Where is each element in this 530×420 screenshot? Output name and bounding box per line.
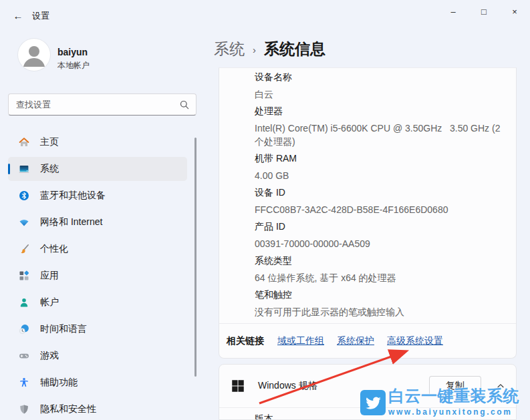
- windows-spec-title: Windows 规格: [258, 380, 317, 392]
- personalization-icon: [19, 244, 29, 254]
- system-icon: [19, 164, 29, 174]
- chevron-up-icon[interactable]: [496, 381, 505, 391]
- spec-label: 处理器: [255, 105, 504, 118]
- home-icon: [19, 137, 29, 148]
- spec-value: 没有可用于此显示器的笔或触控输入: [255, 305, 504, 319]
- accessibility-icon: [19, 377, 29, 388]
- spec-value: 4.00 GB: [255, 169, 504, 182]
- sidebar-item-personalization[interactable]: 个性化: [8, 237, 187, 261]
- spec-value: 64 位操作系统, 基于 x64 的处理器: [255, 271, 504, 284]
- breadcrumb: 系统 › 系统信息: [214, 39, 325, 59]
- sidebar-item-label: 隐私和安全性: [40, 403, 96, 415]
- link-advanced-system-settings[interactable]: 高级系统设置: [387, 335, 443, 347]
- person-icon: [18, 39, 50, 71]
- minimize-button[interactable]: –: [438, 0, 469, 23]
- sidebar-item-bluetooth[interactable]: 蓝牙和其他设备: [8, 184, 187, 208]
- sidebar-item-gaming[interactable]: 游戏: [8, 344, 187, 368]
- maximize-button[interactable]: □: [469, 0, 499, 23]
- window-controls: – □ ×: [438, 0, 530, 23]
- breadcrumb-separator-icon: ›: [253, 44, 256, 55]
- related-links-row: 相关链接 域或工作组 系统保护 高级系统设置: [219, 323, 516, 358]
- time-language-icon: [19, 324, 29, 335]
- breadcrumb-parent[interactable]: 系统: [214, 39, 245, 59]
- windows-logo-icon: [231, 379, 245, 393]
- apps-icon: [19, 270, 29, 281]
- accounts-icon: [19, 297, 29, 308]
- sidebar-item-accessibility[interactable]: 辅助功能: [8, 371, 187, 395]
- sidebar-item-label: 帐户: [40, 296, 59, 308]
- sidebar-scrollbar[interactable]: [194, 138, 196, 377]
- spec-value: FFCC08B7-3A2C-428D-B58E-4F166E6D0680: [255, 203, 504, 216]
- spec-label: 机带 RAM: [255, 152, 504, 165]
- avatar[interactable]: [18, 39, 50, 71]
- back-button[interactable]: ←: [8, 7, 28, 24]
- sidebar-item-label: 蓝牙和其他设备: [40, 190, 106, 202]
- sidebar-item-time-language[interactable]: 时间和语言: [8, 317, 187, 341]
- sidebar-item-privacy[interactable]: 隐私和安全性: [8, 397, 187, 420]
- version-row-label: 版本: [255, 413, 273, 420]
- link-domain-workgroup[interactable]: 域或工作组: [277, 335, 324, 347]
- gaming-icon: [19, 351, 29, 361]
- search-icon[interactable]: [179, 99, 190, 110]
- spec-label: 设备名称: [255, 71, 504, 83]
- close-button[interactable]: ×: [499, 0, 530, 23]
- spec-label: 产品 ID: [255, 220, 504, 233]
- sidebar-item-label: 辅助功能: [40, 377, 78, 389]
- sidebar-item-accounts[interactable]: 帐户: [8, 290, 187, 314]
- bluetooth-icon: [19, 190, 29, 201]
- sidebar-item-network[interactable]: 网络和 Internet: [8, 210, 187, 234]
- spec-value: Intel(R) Core(TM) i5-6600K CPU @ 3.50GHz…: [255, 122, 504, 148]
- spec-label: 设备 ID: [255, 186, 504, 199]
- spec-label: 系统类型: [255, 254, 504, 267]
- profile-name: baiyun: [57, 47, 88, 57]
- settings-window: ← 设置 – □ × baiyun 本地帐户 主页: [0, 0, 530, 420]
- network-wifi-icon: [19, 217, 29, 228]
- spec-value: 白云: [255, 87, 504, 101]
- sidebar-item-label: 主页: [40, 136, 59, 148]
- sidebar-item-apps[interactable]: 应用: [8, 264, 187, 288]
- windows-spec-card: Windows 规格 复制 版本: [219, 364, 517, 420]
- sidebar-item-label: 个性化: [40, 243, 68, 255]
- device-specs-list: 设备名称 白云 处理器 Intel(R) Core(TM) i5-6600K C…: [219, 68, 516, 319]
- spec-value: 00391-70000-00000-AA509: [255, 237, 504, 250]
- link-system-protection[interactable]: 系统保护: [337, 335, 374, 347]
- app-title: 设置: [32, 10, 49, 22]
- sidebar-item-system[interactable]: 系统: [8, 157, 187, 181]
- sidebar-item-home[interactable]: 主页: [8, 130, 187, 154]
- sidebar-item-label: 游戏: [40, 350, 59, 362]
- device-specs-card: 设备名称 白云 处理器 Intel(R) Core(TM) i5-6600K C…: [219, 67, 517, 359]
- divider: [219, 407, 516, 408]
- titlebar: ← 设置 – □ ×: [0, 0, 530, 32]
- related-links-title: 相关链接: [227, 335, 264, 347]
- windows-spec-header[interactable]: Windows 规格 复制: [219, 365, 516, 407]
- privacy-shield-icon: [19, 404, 29, 415]
- search-input[interactable]: [9, 94, 196, 115]
- spec-label: 笔和触控: [255, 288, 504, 301]
- page-title: 系统信息: [264, 39, 325, 59]
- copy-button[interactable]: 复制: [429, 376, 481, 396]
- sidebar-item-label: 网络和 Internet: [40, 216, 102, 228]
- sidebar: 主页 系统 蓝牙和其他设备 网络和 Internet: [8, 130, 187, 420]
- selection-accent-pill: [8, 164, 10, 174]
- sidebar-item-label: 应用: [40, 270, 59, 282]
- profile-account-type: 本地帐户: [57, 60, 90, 71]
- sidebar-item-label: 时间和语言: [40, 323, 87, 335]
- sidebar-item-label: 系统: [40, 163, 59, 175]
- search-box: [8, 93, 196, 116]
